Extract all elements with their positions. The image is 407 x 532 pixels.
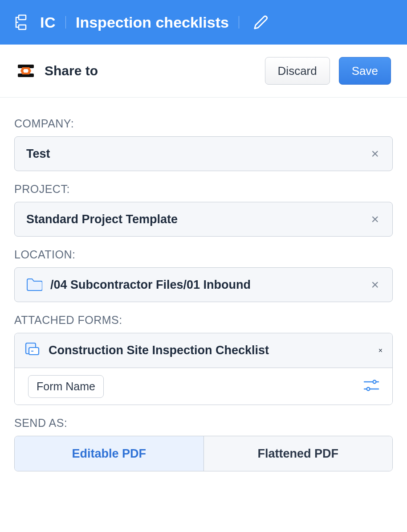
project-value: Standard Project Template (26, 213, 367, 226)
form-content: COMPANY: Test × PROJECT: Standard Projec… (0, 98, 407, 493)
actionbar: Share to Discard Save (0, 45, 407, 98)
field-location: LOCATION: /04 Subcontractor Files/01 Inb… (14, 248, 393, 302)
attached-forms-box: Construction Site Inspection Checklist ×… (14, 333, 393, 405)
project-pill[interactable]: Standard Project Template × (14, 202, 393, 237)
send-as-label: SEND AS: (14, 417, 393, 430)
separator (65, 16, 66, 29)
send-as-flattened-pdf[interactable]: Flattened PDF (204, 436, 393, 471)
project-label: PROJECT: (14, 183, 393, 196)
send-as-editable-pdf[interactable]: Editable PDF (15, 436, 204, 471)
structure-icon (12, 13, 30, 31)
separator (239, 16, 239, 29)
clear-location-icon[interactable]: × (367, 274, 383, 295)
entity-code: IC (40, 14, 56, 31)
titlebar: IC Inspection checklists (0, 0, 407, 45)
svg-marker-5 (23, 69, 28, 73)
svg-rect-7 (29, 348, 39, 355)
svg-rect-1 (19, 25, 26, 29)
field-company: COMPANY: Test × (14, 117, 393, 171)
location-pill[interactable]: /04 Subcontractor Files/01 Inbound × (14, 267, 393, 302)
location-value: /04 Subcontractor Files/01 Inbound (50, 278, 367, 292)
discard-button[interactable]: Discard (265, 57, 330, 85)
remove-attached-form-icon[interactable]: × (379, 347, 383, 355)
attached-forms-label: ATTACHED FORMS: (14, 314, 393, 327)
field-project: PROJECT: Standard Project Template × (14, 183, 393, 237)
field-send-as: SEND AS: Editable PDF Flattened PDF (14, 417, 393, 471)
sliders-icon (363, 379, 380, 392)
clear-company-icon[interactable]: × (367, 143, 383, 164)
form-name-chip[interactable]: Form Name (28, 375, 104, 398)
folder-icon (26, 278, 42, 291)
attached-form-filter-row: Form Name (15, 368, 392, 405)
pencil-icon (253, 15, 269, 30)
svg-point-10 (373, 381, 376, 384)
svg-point-12 (367, 388, 370, 391)
edit-button[interactable] (253, 15, 269, 30)
form-icon (24, 341, 41, 360)
field-attached-forms: ATTACHED FORMS: Construction Site Inspec… (14, 314, 393, 405)
company-pill[interactable]: Test × (14, 136, 393, 171)
page-title: Inspection checklists (76, 14, 229, 31)
company-label: COMPANY: (14, 117, 393, 130)
clear-project-icon[interactable]: × (367, 209, 383, 229)
share-to-label: Share to (45, 63, 98, 78)
company-value: Test (26, 147, 367, 161)
save-button[interactable]: Save (339, 57, 391, 85)
send-as-segmented: Editable PDF Flattened PDF (14, 436, 393, 471)
attached-form-title: Construction Site Inspection Checklist (49, 344, 379, 357)
svg-rect-0 (19, 15, 26, 20)
attached-form-row[interactable]: Construction Site Inspection Checklist × (15, 333, 392, 368)
app-logo-icon (16, 61, 36, 81)
filters-button[interactable] (360, 376, 383, 397)
location-label: LOCATION: (14, 248, 393, 261)
